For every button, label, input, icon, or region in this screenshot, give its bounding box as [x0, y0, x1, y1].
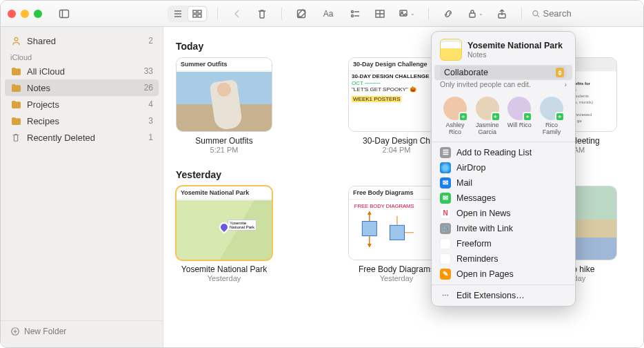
gallery-view-button[interactable] [188, 7, 206, 21]
messages-badge-icon [523, 112, 532, 122]
share-app-label: Open in Pages [456, 269, 514, 279]
format-button[interactable]: Aa [316, 6, 340, 22]
share-permission-row[interactable]: Only invited people can edit. › [432, 80, 575, 93]
share-mode-label: Collaborate [441, 66, 491, 79]
notes-app-icon [440, 39, 462, 61]
chevron-updown-icon [556, 68, 564, 77]
table-button[interactable] [370, 6, 390, 22]
thumb-title: Free Body Diagrams [349, 186, 444, 200]
folder-icon [10, 67, 21, 76]
share-title: Yosemite National Park [467, 41, 563, 50]
close-window-button[interactable] [8, 10, 16, 18]
share-app-list: ☰Add to Reading ListAirDrop✉Mail✉Message… [432, 142, 575, 285]
toggle-sidebar-button[interactable] [54, 6, 74, 22]
new-note-button[interactable] [292, 6, 311, 22]
sidebar-item-notes[interactable]: Notes 26 [5, 79, 159, 96]
svg-point-12 [352, 14, 354, 17]
sidebar-label: Projects [27, 99, 59, 110]
share-app-item[interactable]: 🔗Invite with Link [432, 221, 575, 236]
sidebar-count: 2 [148, 36, 153, 46]
share-person[interactable]: Jasmine Garcia [472, 97, 503, 136]
folder-icon [10, 84, 21, 93]
share-app-label: Messages [456, 193, 496, 203]
sidebar-label: All iCloud [27, 66, 65, 77]
svg-rect-6 [198, 10, 201, 13]
card-time: 2:04 PM [348, 146, 445, 154]
avatar [443, 97, 467, 120]
card-label: Yosemite National Park [176, 264, 272, 274]
share-app-item[interactable]: ✎Open in Pages [432, 267, 575, 282]
note-card-yosemite[interactable]: Yosemite National ParkYosemiteNational P… [176, 186, 272, 282]
view-mode-toggle[interactable] [168, 6, 208, 22]
trash-icon [10, 133, 21, 142]
share-subtitle: Notes [467, 50, 563, 59]
share-app-item[interactable]: NOpen in News [432, 206, 575, 221]
card-label: 30-Day Design Ch [348, 136, 445, 146]
note-card-free-body[interactable]: Free Body Diagrams FREE BODY DIAGRAMS Fr… [348, 186, 445, 282]
note-card-summer-outfits[interactable]: Summer Outfits Summer Outfits 5:21 PM [176, 57, 272, 154]
checklist-button[interactable] [345, 6, 365, 22]
sidebar-item-all-icloud[interactable]: All iCloud 33 [1, 63, 163, 79]
share-app-label: Freeform [456, 239, 492, 249]
svg-point-23 [14, 37, 18, 41]
link-button[interactable] [439, 6, 458, 22]
app-icon: N [440, 208, 451, 219]
share-app-label: Invite with Link [456, 224, 513, 233]
share-mode-dropdown[interactable]: Collaborate [434, 65, 572, 80]
sidebar-count: 3 [148, 116, 153, 126]
share-person[interactable]: Rico Family [536, 97, 567, 136]
minimize-window-button[interactable] [21, 10, 29, 18]
share-app-item[interactable]: ✉Messages [432, 191, 575, 206]
lock-button[interactable]: ⌄ [463, 6, 487, 22]
svg-marker-35 [368, 244, 372, 248]
svg-rect-7 [193, 14, 197, 17]
media-button[interactable]: ⌄ [395, 6, 419, 22]
app-icon: ≡ [440, 253, 451, 264]
share-app-item[interactable]: ✎Freeform [432, 236, 575, 251]
svg-rect-8 [198, 14, 201, 17]
avatar [476, 97, 499, 120]
back-button[interactable] [228, 6, 247, 22]
edit-extensions-item[interactable]: ⋯ Edit Extensions… [432, 288, 575, 303]
sidebar-label: Notes [27, 83, 50, 93]
svg-point-10 [352, 10, 354, 12]
app-icon: ✉ [440, 177, 451, 188]
sidebar-group-header: iCloud [1, 49, 163, 63]
note-card-30day-design[interactable]: 30-Day Design Challenge 30-DAY DESIGN CH… [348, 57, 445, 154]
app-icon: ✎ [440, 238, 451, 249]
sidebar-label: Recipes [27, 116, 59, 126]
share-app-item[interactable]: ✉Mail [432, 175, 575, 191]
thumb-title: Summer Outfits [177, 58, 272, 71]
plus-circle-icon [10, 327, 20, 336]
card-label: Free Body Diagrams [348, 264, 445, 274]
app-icon: ✎ [440, 269, 451, 280]
delete-button[interactable] [252, 6, 272, 22]
messages-badge-icon [491, 112, 501, 122]
svg-rect-0 [60, 10, 69, 17]
sidebar-item-recipes[interactable]: Recipes 3 [1, 113, 163, 129]
sidebar-item-recently-deleted[interactable]: Recently Deleted 1 [1, 129, 163, 146]
share-app-item[interactable]: ☰Add to Reading List [432, 145, 575, 160]
new-folder-button[interactable]: New Folder [1, 320, 163, 342]
share-person[interactable]: Will Rico [504, 97, 534, 136]
sidebar-label: Recently Deleted [27, 133, 95, 143]
card-time: Yesterday [176, 274, 272, 282]
extensions-icon: ⋯ [440, 290, 451, 301]
sidebar-count: 1 [148, 133, 153, 142]
list-view-button[interactable] [169, 7, 187, 21]
share-app-item[interactable]: ≡Reminders [432, 251, 575, 267]
sidebar-shared[interactable]: Shared 2 [1, 32, 163, 49]
thumb-title: Yosemite National Park [177, 186, 272, 200]
share-app-label: AirDrop [456, 163, 485, 173]
app-icon: 🔗 [440, 223, 451, 234]
card-time: 5:21 PM [176, 146, 272, 154]
zoom-window-button[interactable] [34, 10, 42, 18]
share-app-item[interactable]: AirDrop [432, 160, 575, 175]
share-app-label: Mail [456, 178, 472, 188]
search-input[interactable] [543, 8, 635, 19]
sidebar-item-projects[interactable]: Projects 4 [1, 96, 163, 113]
search-field[interactable] [532, 8, 635, 19]
svg-rect-5 [193, 10, 197, 13]
share-button[interactable] [492, 6, 512, 22]
share-person[interactable]: Ashley Rico [440, 97, 470, 136]
